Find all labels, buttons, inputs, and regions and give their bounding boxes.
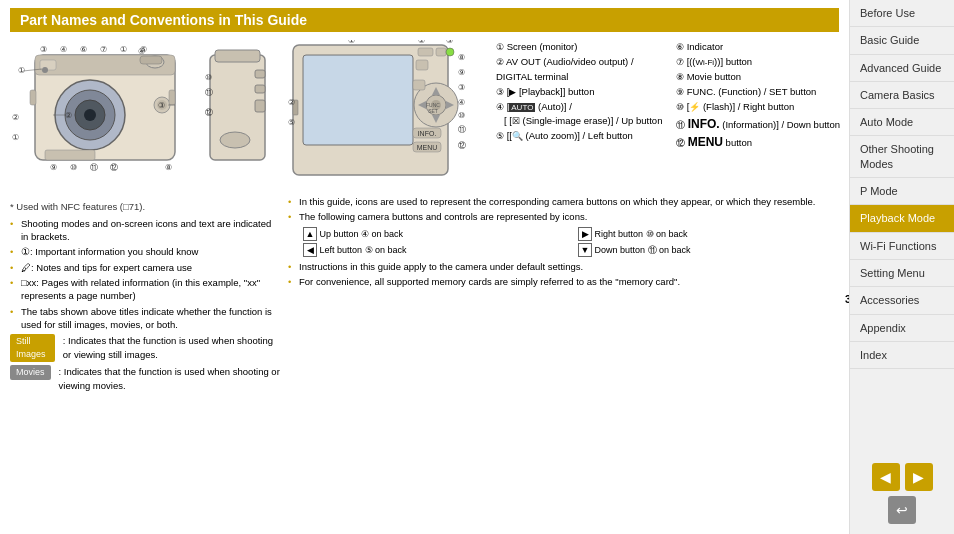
svg-rect-36 bbox=[215, 50, 260, 62]
page-title: Part Names and Conventions in This Guide bbox=[10, 8, 839, 32]
svg-text:③: ③ bbox=[458, 83, 465, 92]
sidebar-item-camera-basics[interactable]: Camera Basics bbox=[850, 82, 954, 109]
svg-text:⑪: ⑪ bbox=[458, 125, 466, 134]
svg-rect-46 bbox=[304, 56, 412, 144]
main-content: Part Names and Conventions in This Guide bbox=[0, 0, 849, 534]
svg-text:⑫: ⑫ bbox=[205, 108, 213, 117]
sidebar-item-basic-guide[interactable]: Basic Guide bbox=[850, 27, 954, 54]
svg-rect-39 bbox=[255, 100, 265, 112]
back-part-4: ④ [AUTO (Auto)] / [ [☒ (Single-image era… bbox=[496, 100, 671, 130]
camera-front-diagram: ① ② ③ ④ ③ ④ ⑥ ⑦ ① bbox=[10, 40, 195, 195]
sidebar-nav: ◀ ▶ ↩ bbox=[850, 453, 954, 534]
sidebar-item-other-shooting-modes[interactable]: Other Shooting Modes bbox=[850, 136, 954, 178]
back-part-8: ⑧ Movie button bbox=[676, 70, 849, 85]
svg-text:②: ② bbox=[12, 113, 19, 122]
right-icon: ▶ bbox=[578, 227, 592, 241]
still-images-row: Still Images : Indicates that the functi… bbox=[10, 334, 280, 362]
svg-text:①: ① bbox=[120, 45, 127, 54]
svg-text:⑪: ⑪ bbox=[90, 163, 98, 172]
nav-arrows: ◀ ▶ bbox=[872, 463, 933, 491]
back-part-2: ② AV OUT (Audio/video output) / DIGITAL … bbox=[496, 55, 671, 85]
svg-rect-61 bbox=[436, 48, 446, 56]
svg-point-4 bbox=[84, 109, 96, 121]
up-icon: ▲ bbox=[303, 227, 317, 241]
nav-right: ▶ Right button ⑩ on back bbox=[578, 227, 849, 241]
sidebar-item-playback-mode[interactable]: Playback Mode bbox=[850, 205, 954, 232]
back-part-6: ⑥ Indicator bbox=[676, 40, 849, 55]
sidebar-item-index[interactable]: Index bbox=[850, 342, 954, 369]
back-part-10: ⑩ [⚡ (Flash)] / Right button bbox=[676, 100, 849, 115]
back-parts-right: ⑥ Indicator ⑦ [((Wi-Fi))] button ⑧ Movie… bbox=[676, 40, 849, 190]
svg-text:④: ④ bbox=[60, 45, 67, 54]
svg-text:⑫: ⑫ bbox=[110, 163, 118, 172]
sidebar-item-before-use[interactable]: Before Use bbox=[850, 0, 954, 27]
svg-text:②: ② bbox=[288, 98, 295, 107]
nfc-note: * Used with NFC features (□71). bbox=[10, 200, 280, 214]
svg-text:⑨: ⑨ bbox=[50, 163, 57, 172]
movies-tab: Movies bbox=[10, 365, 51, 380]
sidebar: Before Use Basic Guide Advanced Guide Ca… bbox=[849, 0, 954, 534]
sidebar-item-p-mode[interactable]: P Mode bbox=[850, 178, 954, 205]
bullet-dot: • bbox=[288, 195, 296, 208]
svg-text:⑪: ⑪ bbox=[205, 88, 213, 97]
svg-rect-7 bbox=[140, 56, 162, 64]
next-button[interactable]: ▶ bbox=[905, 463, 933, 491]
bullet-dot: • bbox=[288, 260, 296, 273]
bullet-3: • 🖊: Notes and tips for expert camera us… bbox=[10, 261, 280, 274]
back-part-3: ③ [▶ [Playback]] button bbox=[496, 85, 671, 100]
svg-rect-13 bbox=[169, 90, 175, 105]
bullet-2: • ①: Important information you should kn… bbox=[10, 245, 280, 258]
right-bullet-2: • The following camera buttons and contr… bbox=[288, 210, 849, 223]
left-column: ① ② ③ ④ ③ ④ ⑥ ⑦ ① bbox=[10, 40, 280, 396]
back-part-11: ⑪ INFO. (Information)] / Down button bbox=[676, 115, 849, 134]
svg-text:⑩: ⑩ bbox=[70, 163, 77, 172]
svg-point-11 bbox=[42, 67, 48, 73]
camera-side-diagram: ⑩ ⑪ ⑫ bbox=[200, 40, 280, 195]
svg-text:⑧: ⑧ bbox=[165, 163, 172, 172]
nav-up: ▲ Up button ④ on back bbox=[303, 227, 576, 241]
right-bullets-section: • In this guide, icons are used to repre… bbox=[288, 195, 849, 288]
svg-text:⑦: ⑦ bbox=[100, 45, 107, 54]
svg-text:MENU: MENU bbox=[417, 144, 438, 151]
back-part-1: ① Screen (monitor) bbox=[496, 40, 671, 55]
sidebar-item-auto-mode[interactable]: Auto Mode bbox=[850, 109, 954, 136]
back-part-12: ⑫ MENU button bbox=[676, 133, 849, 152]
svg-text:⑨: ⑨ bbox=[458, 68, 465, 77]
svg-rect-12 bbox=[30, 90, 36, 105]
camera-back-diagram: FUNC SET INFO. MENU bbox=[288, 40, 488, 190]
bullet-dot: • bbox=[10, 276, 18, 303]
back-parts-container: ① Screen (monitor) ② AV OUT (Audio/video… bbox=[496, 40, 849, 190]
left-icon: ◀ bbox=[303, 243, 317, 257]
sidebar-item-advanced-guide[interactable]: Advanced Guide bbox=[850, 55, 954, 82]
bullet-dot: • bbox=[10, 305, 18, 332]
svg-rect-37 bbox=[255, 70, 265, 78]
sidebar-item-wifi-functions[interactable]: Wi-Fi Functions bbox=[850, 233, 954, 260]
back-parts-left: ① Screen (monitor) ② AV OUT (Audio/video… bbox=[496, 40, 671, 190]
prev-button[interactable]: ◀ bbox=[872, 463, 900, 491]
sidebar-item-accessories[interactable]: Accessories bbox=[850, 287, 954, 314]
nav-buttons-grid: ▲ Up button ④ on back ▶ Right button ⑩ o… bbox=[303, 227, 849, 257]
svg-text:⑧: ⑧ bbox=[458, 53, 465, 62]
bullet-dot: • bbox=[10, 261, 18, 274]
svg-text:④: ④ bbox=[458, 98, 465, 107]
svg-text:②: ② bbox=[418, 40, 425, 45]
svg-rect-63 bbox=[416, 60, 428, 70]
svg-point-40 bbox=[220, 132, 250, 148]
back-part-9: ⑨ FUNC. (Function) / SET button bbox=[676, 85, 849, 100]
return-button[interactable]: ↩ bbox=[888, 496, 916, 524]
sidebar-item-appendix[interactable]: Appendix bbox=[850, 315, 954, 342]
back-part-7: ⑦ [((Wi-Fi))] button bbox=[676, 55, 849, 70]
svg-text:⑤: ⑤ bbox=[140, 45, 147, 54]
svg-text:SET: SET bbox=[428, 108, 438, 114]
sidebar-item-setting-menu[interactable]: Setting Menu bbox=[850, 260, 954, 287]
bullet-dot: • bbox=[10, 245, 18, 258]
svg-point-64 bbox=[446, 48, 454, 56]
svg-rect-8 bbox=[40, 60, 56, 70]
svg-rect-14 bbox=[45, 150, 95, 160]
svg-rect-38 bbox=[255, 85, 265, 93]
right-bullet-1: • In this guide, icons are used to repre… bbox=[288, 195, 849, 208]
front-parts-list: * Used with NFC features (□71). • Shooti… bbox=[10, 200, 280, 393]
svg-text:⑫: ⑫ bbox=[458, 141, 466, 150]
bullet-dot: • bbox=[288, 275, 296, 288]
svg-text:①: ① bbox=[12, 133, 19, 142]
